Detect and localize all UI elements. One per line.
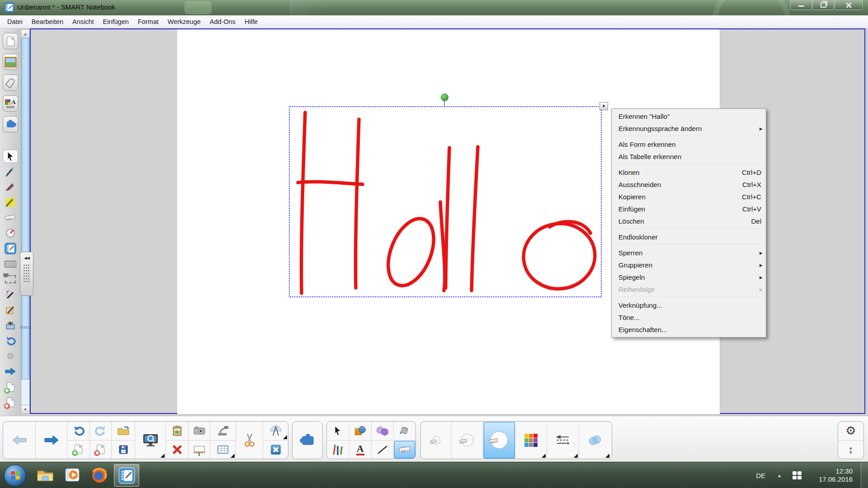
context-item-spiegeln[interactable]: Spiegeln ▶ [612, 271, 766, 283]
select-tool-button[interactable] [327, 422, 349, 441]
context-item-kopieren[interactable]: Kopieren Ctrl+C [612, 191, 766, 203]
sidebar-tool-magic-pen[interactable] [3, 288, 18, 301]
sidebar-tool-compass[interactable] [3, 226, 18, 240]
show-hide-button[interactable] [263, 441, 288, 459]
text-tool-button[interactable]: A [349, 441, 371, 459]
scroll-up-button[interactable]: ▲ [21, 30, 29, 38]
sidebar-tool-screen-capture[interactable] [3, 272, 18, 286]
context-item-loeschen[interactable]: Löschen Del [612, 215, 766, 227]
transparency-button[interactable] [579, 422, 610, 459]
context-item-einfuegen[interactable]: Einfügen Ctrl+V [612, 203, 766, 215]
taskbar-app-explorer[interactable] [33, 464, 58, 487]
context-item-ausschneiden[interactable]: Ausschneiden Ctrl+X [612, 178, 766, 191]
paste-button[interactable] [166, 422, 188, 441]
context-item-endloskloner[interactable]: Endloskloner [612, 231, 766, 243]
cut-button[interactable] [236, 422, 263, 459]
windows-update-tray-icon[interactable] [793, 471, 802, 479]
taskbar-app-firefox[interactable] [87, 464, 112, 487]
addons-button[interactable] [292, 422, 322, 459]
context-item-verknuepfung[interactable]: Verknüpfung... [612, 299, 766, 311]
shapes-tool-button[interactable] [349, 422, 371, 441]
menu-format[interactable]: Format [133, 16, 163, 27]
menu-hilfe[interactable]: Hilfe [240, 16, 262, 27]
minimize-button[interactable] [790, 0, 812, 10]
eraser-large-button[interactable] [483, 422, 515, 459]
sidebar-tool-delete-page[interactable] [3, 395, 18, 409]
open-button[interactable] [112, 422, 135, 441]
context-item-als-tabelle[interactable]: Als Tabelle erkennen [612, 150, 766, 163]
move-toolbar-button[interactable]: ↕ [838, 441, 863, 459]
clock[interactable]: 12:30 17.06.2016 [819, 467, 853, 483]
screen-magnifier-button[interactable] [135, 422, 166, 459]
add-page-button[interactable] [67, 441, 90, 459]
delete-button[interactable] [166, 441, 188, 459]
sidebar-tool-camera-image[interactable] [3, 319, 18, 332]
screen-shade-button[interactable] [189, 441, 210, 459]
context-item-sperren[interactable]: Sperren ▶ [612, 247, 766, 259]
taskbar-app-smart-notebook[interactable] [114, 464, 139, 487]
close-button[interactable] [835, 0, 863, 10]
sidebar-tab-gallery[interactable] [3, 54, 18, 70]
sidebar-tool-select[interactable] [3, 150, 18, 163]
sidebar-tool-undo[interactable] [3, 334, 18, 347]
line-tool-button[interactable] [372, 441, 394, 459]
object-menu-button[interactable]: ▼ [599, 102, 608, 110]
back-button[interactable] [3, 422, 36, 459]
scroll-down-button[interactable]: ▼ [21, 405, 29, 413]
forward-button[interactable] [36, 422, 67, 459]
pens-tool-button[interactable] [327, 441, 349, 459]
sidebar-tool-highlighter[interactable] [3, 196, 18, 209]
measurement-tools-button[interactable] [263, 422, 288, 441]
menu-ansicht[interactable]: Ansicht [68, 16, 99, 27]
menu-addons[interactable]: Add-Ons [205, 16, 240, 27]
sidebar-tool-settings[interactable]: ⚙ [3, 349, 18, 363]
selection-box[interactable] [289, 106, 602, 297]
context-item-gruppieren[interactable]: Gruppieren ▶ [612, 259, 766, 271]
sidebar-tool-eraser[interactable] [3, 211, 18, 225]
eraser-medium-button[interactable] [452, 422, 483, 459]
sidebar-tool-shape-pen[interactable] [3, 303, 18, 317]
color-palette-button[interactable] [515, 422, 547, 459]
scrollbar-grip[interactable]: ≡≡≡ [21, 326, 29, 328]
redo-button[interactable] [90, 422, 111, 441]
show-desktop-button[interactable] [861, 462, 868, 488]
eraser-tool-button[interactable] [394, 441, 415, 459]
menu-einfuegen[interactable]: Einfügen [99, 16, 133, 27]
sidebar-tool-add-page[interactable] [3, 380, 18, 394]
context-item-erkennen-hallo[interactable]: Erkennen "Hallo" [612, 110, 766, 122]
sidebar-tab-page-sorter[interactable] [3, 33, 18, 49]
sidebar-tab-addons[interactable] [3, 116, 18, 132]
context-item-toene[interactable]: Töne... [612, 311, 766, 324]
eraser-small-button[interactable] [421, 422, 452, 459]
fill-tool-button[interactable] [394, 422, 415, 441]
sidebar-collapse-tab[interactable]: ◀◀ [20, 252, 33, 296]
menu-bearbeiten[interactable]: Bearbeiten [27, 16, 68, 27]
document-camera-button[interactable] [210, 422, 236, 441]
sidebar-tool-calligraphy-pen[interactable] [3, 180, 18, 194]
line-style-button[interactable] [547, 422, 579, 459]
sidebar-tab-attachments[interactable] [3, 75, 18, 91]
undo-button[interactable] [67, 422, 90, 441]
context-item-als-form[interactable]: Als Form erkennen [612, 138, 766, 150]
taskbar-app-media-player[interactable] [60, 464, 85, 487]
save-button[interactable] [112, 441, 135, 459]
delete-page-button[interactable] [90, 441, 111, 459]
show-hidden-icons-button[interactable]: ▲ [777, 473, 782, 478]
menu-werkzeuge[interactable]: Werkzeuge [163, 16, 205, 27]
restore-button[interactable] [812, 0, 834, 10]
table-button[interactable] [210, 441, 236, 459]
context-item-erkennungssprache[interactable]: Erkennungssprache ändern ▶ [612, 122, 766, 135]
regular-polygons-button[interactable] [372, 422, 394, 441]
screen-capture-button[interactable] [189, 422, 210, 441]
start-button[interactable] [4, 465, 26, 487]
language-indicator[interactable]: DE [756, 472, 765, 479]
toolbar-settings-button[interactable]: ⚙ [838, 422, 863, 441]
rotate-handle[interactable] [441, 94, 448, 101]
menu-datei[interactable]: Datei [3, 16, 27, 27]
sidebar-tool-pen[interactable] [3, 165, 18, 178]
sidebar-tool-keyboard[interactable] [3, 257, 18, 271]
sidebar-tool-notebook[interactable] [3, 242, 18, 255]
context-item-eigenschaften[interactable]: Eigenschaften... [612, 324, 766, 336]
context-item-klonen[interactable]: Klonen Ctrl+D [612, 166, 766, 178]
sidebar-tab-properties[interactable]: A [3, 95, 18, 112]
